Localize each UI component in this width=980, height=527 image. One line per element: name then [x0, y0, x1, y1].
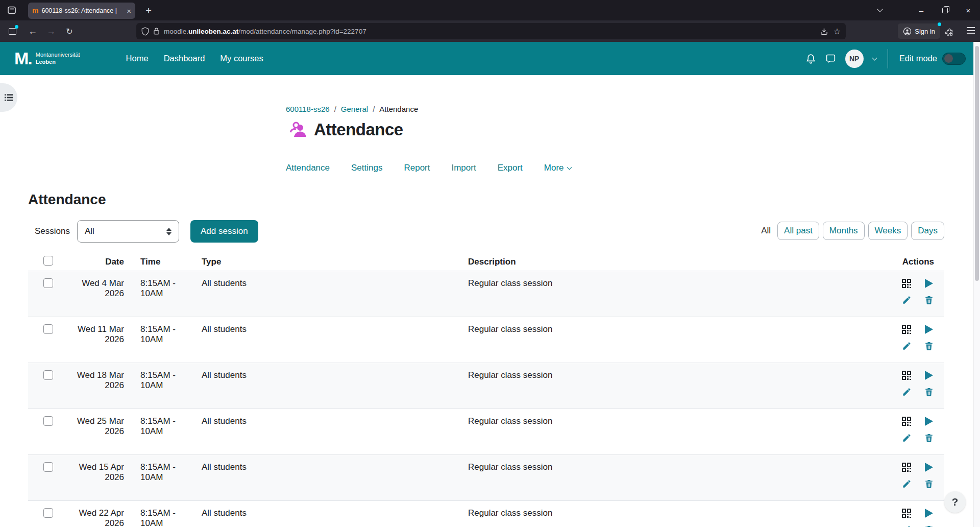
edit-pencil-icon[interactable]	[901, 524, 912, 527]
edit-pencil-icon[interactable]	[901, 341, 912, 351]
take-attendance-play-icon[interactable]	[924, 508, 934, 518]
qr-code-icon[interactable]	[901, 370, 912, 380]
delete-trash-icon[interactable]	[924, 524, 934, 527]
table-row: Wed 22 Apr 2026 8:15AM - 10AM All studen…	[28, 501, 944, 527]
url-bar[interactable]: moodle.unileoben.ac.at/mod/attendance/ma…	[136, 23, 846, 39]
scrollbar-thumb[interactable]	[975, 46, 979, 281]
page-scrollbar[interactable]	[973, 42, 980, 527]
menu-hamburger-icon[interactable]	[967, 27, 975, 34]
session-date: Wed 11 Mar 2026	[59, 324, 130, 363]
nav-dashboard[interactable]: Dashboard	[164, 54, 205, 63]
header-right: NP Edit mode	[805, 49, 966, 68]
tab-report[interactable]: Report	[404, 163, 430, 173]
delete-trash-icon[interactable]	[924, 387, 934, 397]
edit-pencil-icon[interactable]	[901, 295, 912, 305]
tab-close-icon[interactable]: ×	[127, 7, 131, 15]
qr-code-icon[interactable]	[901, 324, 912, 334]
browser-window-icon[interactable]	[5, 24, 19, 38]
take-attendance-play-icon[interactable]	[924, 370, 934, 380]
tab-settings[interactable]: Settings	[351, 163, 382, 173]
messages-icon[interactable]	[825, 53, 836, 64]
take-attendance-play-icon[interactable]	[924, 324, 934, 334]
edit-pencil-icon[interactable]	[901, 387, 912, 397]
reload-icon[interactable]: ↻	[61, 23, 78, 39]
view-filter-days[interactable]: Days	[911, 222, 944, 240]
delete-trash-icon[interactable]	[924, 295, 934, 305]
col-header-actions: Actions	[837, 257, 944, 267]
tab-tray-icon[interactable]	[4, 3, 19, 18]
tab-more[interactable]: More	[544, 163, 571, 173]
row-checkbox[interactable]	[43, 324, 53, 334]
breadcrumb-section[interactable]: General	[341, 105, 368, 113]
row-actions	[901, 416, 934, 443]
tab-attendance[interactable]: Attendance	[286, 163, 330, 173]
nav-my-courses[interactable]: My courses	[220, 54, 263, 63]
session-type: All students	[197, 278, 462, 317]
forward-icon[interactable]: →	[43, 23, 59, 39]
row-checkbox[interactable]	[43, 508, 53, 518]
view-filter-weeks[interactable]: Weeks	[868, 222, 908, 240]
edit-mode-control: Edit mode	[899, 53, 966, 65]
qr-code-icon[interactable]	[901, 462, 912, 472]
minimize-button[interactable]: –	[910, 0, 933, 20]
back-icon[interactable]: ←	[24, 23, 41, 39]
tab-import[interactable]: Import	[451, 163, 476, 173]
row-actions	[901, 324, 934, 351]
notifications-bell-icon[interactable]	[805, 53, 816, 64]
browser-tab-active[interactable]: m 600118-ss26: Attendance | moo ×	[28, 3, 135, 19]
save-to-pocket-icon[interactable]	[820, 27, 828, 36]
bookmark-star-icon[interactable]: ☆	[834, 27, 841, 36]
qr-code-icon[interactable]	[901, 508, 912, 518]
course-index-drawer-toggle[interactable]	[0, 83, 17, 112]
row-actions	[901, 278, 934, 305]
extensions-icon[interactable]	[941, 24, 958, 40]
row-checkbox[interactable]	[43, 370, 53, 380]
qr-code-icon[interactable]	[901, 416, 912, 426]
take-attendance-play-icon[interactable]	[924, 416, 934, 426]
view-filter-all[interactable]: All	[761, 226, 771, 236]
sessions-select[interactable]: All	[77, 220, 179, 243]
sign-in-button[interactable]: Sign in	[898, 23, 940, 39]
edit-pencil-icon[interactable]	[901, 478, 912, 489]
session-time: 8:15AM - 10AM	[130, 370, 197, 409]
new-tab-button[interactable]: +	[142, 4, 155, 17]
tab-export[interactable]: Export	[498, 163, 523, 173]
user-menu-chevron-icon[interactable]	[872, 55, 877, 60]
breadcrumb-course[interactable]: 600118-ss26	[286, 105, 330, 113]
take-attendance-play-icon[interactable]	[924, 278, 934, 289]
help-button[interactable]: ?	[944, 491, 966, 513]
delete-trash-icon[interactable]	[924, 341, 934, 351]
view-filters: All All past Months Weeks Days	[761, 222, 944, 240]
table-row: Wed 4 Mar 2026 8:15AM - 10AM All student…	[28, 271, 944, 317]
row-checkbox[interactable]	[43, 462, 53, 472]
url-text: moodle.unileoben.ac.at/mod/attendance/ma…	[164, 28, 816, 35]
delete-trash-icon[interactable]	[924, 478, 934, 489]
col-header-date: Date	[59, 257, 130, 267]
course-index-icon	[4, 93, 13, 102]
nav-home[interactable]: Home	[126, 54, 149, 63]
take-attendance-play-icon[interactable]	[924, 462, 934, 472]
delete-trash-icon[interactable]	[924, 433, 934, 443]
session-description: Regular class session	[462, 324, 944, 363]
shield-icon	[141, 27, 149, 36]
close-window-button[interactable]: ×	[957, 0, 980, 20]
user-avatar[interactable]: NP	[845, 50, 864, 68]
restore-button[interactable]	[933, 0, 957, 20]
section-heading: Attendance	[28, 191, 106, 208]
view-filter-months[interactable]: Months	[823, 222, 865, 240]
attendance-activity-icon	[288, 121, 307, 138]
university-logo[interactable]: M. Montanuniversität Leoben	[14, 51, 80, 66]
view-filter-all-past[interactable]: All past	[777, 222, 819, 240]
edit-pencil-icon[interactable]	[901, 433, 912, 443]
edit-mode-toggle[interactable]	[942, 53, 966, 65]
col-header-description: Description	[462, 257, 837, 267]
select-all-checkbox[interactable]	[43, 256, 53, 266]
row-checkbox[interactable]	[43, 416, 53, 426]
list-all-tabs-icon[interactable]	[871, 0, 889, 20]
col-header-time: Time	[130, 257, 197, 267]
session-type: All students	[197, 370, 462, 409]
qr-code-icon[interactable]	[901, 278, 912, 289]
row-checkbox[interactable]	[43, 278, 53, 288]
session-time: 8:15AM - 10AM	[130, 416, 197, 454]
add-session-button[interactable]: Add session	[190, 220, 258, 243]
